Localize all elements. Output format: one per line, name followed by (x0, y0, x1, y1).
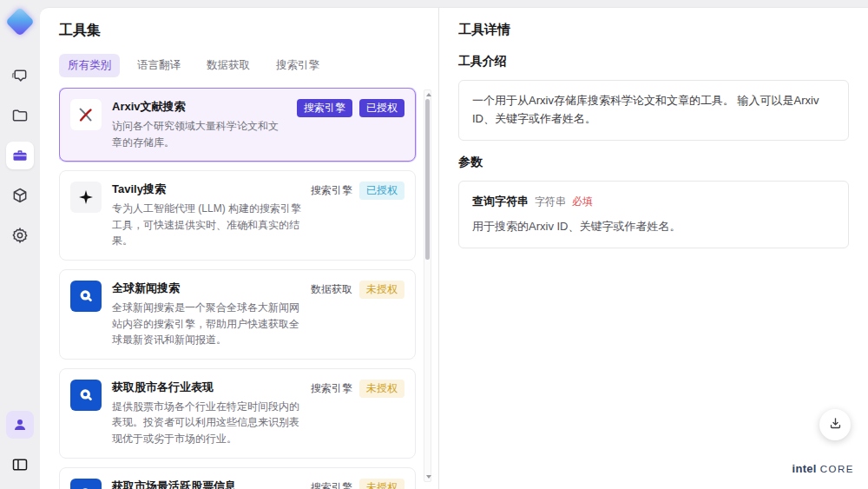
scrollbar-thumb[interactable] (425, 99, 430, 260)
category-badge: 搜索引擎 (297, 99, 352, 117)
tool-card-arxiv[interactable]: Arxiv文献搜索 访问各个研究领域大量科学论文和文章的存储库。 搜索引擎 已授… (59, 88, 416, 162)
intro-heading: 工具介绍 (458, 54, 849, 69)
page-title: 工具集 (59, 22, 438, 40)
news-search-icon (70, 281, 102, 312)
arxiv-icon (70, 99, 102, 130)
gear-icon (11, 227, 29, 244)
tool-description: 全球新闻搜索是一个聚合全球各大新闻网站内容的搜索引擎，帮助用户快速获取全球最新资… (112, 300, 302, 348)
tool-card-sector-performance[interactable]: 获取股市各行业表现 提供股票市场各个行业在特定时间段内的表现。投资者可以利用这些… (59, 368, 416, 459)
param-type: 字符串 (535, 194, 566, 210)
status-badge: 已授权 (359, 182, 404, 200)
brand-intel: intel (792, 462, 817, 475)
tab-language-translation[interactable]: 语言翻译 (128, 54, 189, 77)
scroll-down-arrow-icon[interactable] (426, 475, 431, 479)
status-badge: 已授权 (359, 99, 404, 117)
cube-icon (11, 187, 29, 204)
list-scrollbar[interactable] (424, 89, 431, 482)
download-icon (828, 416, 843, 434)
intel-core-logo: intel core (792, 462, 854, 475)
sidebar-item-files[interactable] (6, 102, 34, 129)
status-badge: 未授权 (359, 380, 404, 398)
intro-box: 一个用于从Arxiv存储库搜索科学论文和文章的工具。 输入可以是Arxiv ID… (458, 80, 849, 141)
left-rail (0, 0, 40, 489)
content-shell: 工具集 所有类别 语言翻译 数据获取 搜索引擎 Arxiv文献搜索 访问各个研究… (40, 7, 868, 489)
tab-data-fetch[interactable]: 数据获取 (198, 54, 259, 77)
param-required-flag: 必填 (572, 194, 593, 210)
tool-name: Arxiv文献搜索 (112, 99, 288, 115)
sidebar-item-collapse[interactable] (6, 451, 34, 479)
tool-list: Arxiv文献搜索 访问各个研究领域大量科学论文和文章的存储库。 搜索引擎 已授… (59, 88, 438, 489)
params-heading: 参数 (458, 155, 849, 170)
tool-description: 提供股票市场各个行业在特定时间段内的表现。投资者可以利用这些信息来识别表现优于或… (112, 399, 302, 447)
tool-card-global-news[interactable]: 全球新闻搜索 全球新闻搜索是一个聚合全球各大新闻网站内容的搜索引擎，帮助用户快速… (59, 269, 416, 360)
scroll-up-arrow-icon[interactable] (426, 93, 431, 96)
param-box: 查询字符串 字符串 必填 用于搜索的Arxiv ID、关键字或作者姓名。 (458, 181, 849, 249)
tool-name: 获取股市各行业表现 (112, 380, 302, 395)
tool-name: 全球新闻搜索 (112, 281, 302, 296)
user-icon (12, 417, 28, 433)
sidebar-item-account[interactable] (6, 411, 34, 439)
sparkle-icon (70, 182, 102, 213)
sidebar-item-chat[interactable] (6, 62, 34, 89)
app-window: 工具集 所有类别 语言翻译 数据获取 搜索引擎 Arxiv文献搜索 访问各个研究… (0, 0, 868, 489)
category-label: 搜索引擎 (311, 182, 352, 200)
download-button[interactable] (819, 409, 851, 440)
chat-icon (11, 67, 29, 84)
tool-list-pane: 工具集 所有类别 语言翻译 数据获取 搜索引擎 Arxiv文献搜索 访问各个研究… (40, 8, 438, 489)
sidebar-item-toolbox[interactable] (6, 142, 34, 169)
sidebar-item-models[interactable] (6, 182, 34, 209)
briefcase-icon (11, 147, 29, 164)
param-description: 用于搜索的Arxiv ID、关键字或作者姓名。 (472, 218, 835, 236)
sidebar-item-settings[interactable] (6, 221, 34, 249)
brand-core: core (820, 464, 854, 474)
category-label: 搜索引擎 (311, 479, 352, 489)
tool-description: 访问各个研究领域大量科学论文和文章的存储库。 (112, 118, 288, 150)
panel-layout-icon (11, 456, 29, 473)
tool-name: Tavily搜索 (112, 182, 302, 197)
category-tabs: 所有类别 语言翻译 数据获取 搜索引擎 (59, 54, 438, 77)
status-badge: 未授权 (359, 479, 404, 489)
tool-card-most-active-stocks[interactable]: 获取市场最活跃股票信息 提供当天交易量最高的股票列表，投资者可以利用这些信息来识… (59, 467, 416, 489)
tool-name: 获取市场最活跃股票信息 (112, 479, 302, 489)
category-label: 搜索引擎 (311, 380, 352, 398)
tool-details-pane: 工具详情 工具介绍 一个用于从Arxiv存储库搜索科学论文和文章的工具。 输入可… (438, 8, 868, 489)
status-badge: 未授权 (359, 281, 404, 299)
tool-card-tavily[interactable]: Tavily搜索 专为人工智能代理 (LLM) 构建的搜索引擎工具，可快速提供实… (59, 170, 416, 261)
param-name: 查询字符串 (472, 193, 529, 211)
tab-search-engine[interactable]: 搜索引擎 (267, 54, 328, 77)
category-label: 数据获取 (311, 281, 352, 299)
news-search-icon (70, 380, 102, 411)
tab-all-categories[interactable]: 所有类别 (59, 54, 120, 77)
news-search-icon (70, 479, 102, 489)
details-title: 工具详情 (458, 22, 849, 38)
app-logo-icon (5, 7, 35, 36)
tool-description: 专为人工智能代理 (LLM) 构建的搜索引擎工具，可快速提供实时、准确和真实的结… (112, 201, 302, 249)
folder-icon (11, 107, 29, 124)
